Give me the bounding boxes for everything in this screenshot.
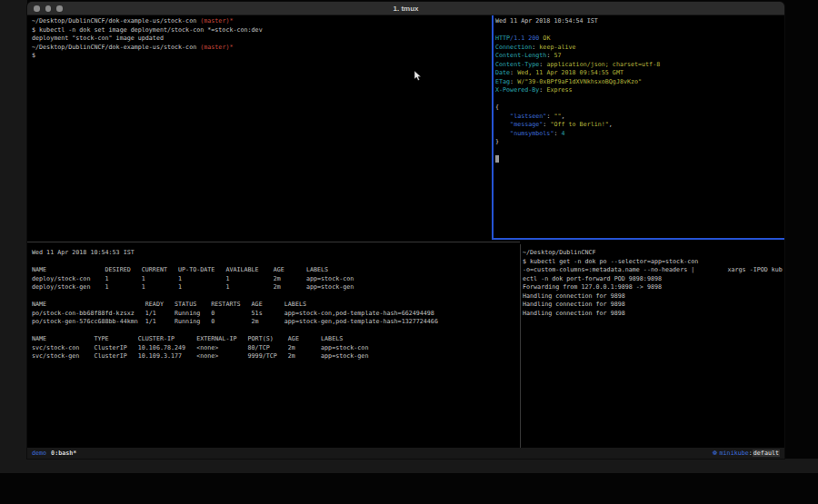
terminal-text-segment: "message"	[495, 121, 543, 128]
pane-top-right-http-response[interactable]: Wed 11 Apr 2018 10:54:54 IST HTTP/1.1 20…	[494, 15, 786, 240]
kubectl-get-output: Wed 11 Apr 2018 10:54:53 IST NAME DESIRE…	[32, 249, 520, 361]
terminal-text-segment: 4	[561, 130, 564, 137]
terminal-cursor	[495, 155, 499, 163]
pane-border-horizontal-inactive[interactable]	[27, 242, 520, 242]
terminal-line: X-Powered-By: Express	[495, 86, 786, 95]
terminal-text-segment: "lastseen"	[495, 113, 546, 120]
terminal-line	[495, 95, 786, 104]
terminal-text-segment: (master)*	[200, 17, 233, 25]
terminal-line: HTTP/1.1 200 OK	[495, 35, 786, 44]
terminal-text-segment: $	[32, 52, 35, 59]
terminal-text-segment: ,	[562, 113, 565, 120]
window-titlebar[interactable]: 1. tmux	[27, 2, 784, 15]
terminal-window: 1. tmux ~/Desktop/DublinCNCF/dok-example…	[27, 2, 784, 459]
terminal-line: Content-Type: application/json; charset=…	[495, 61, 786, 70]
terminal-text-segment: keep-alive	[539, 44, 575, 51]
terminal-text-segment: /1.1 200	[510, 35, 539, 42]
terminal-text-segment: ""	[554, 113, 561, 120]
desktop-background-bottom	[0, 459, 818, 473]
window-title: 1. tmux	[393, 5, 418, 13]
terminal-line: "lastseen": "",	[495, 113, 786, 122]
terminal-text-segment: Wed, 11 Apr 2018 09:54:55 GMT	[517, 69, 623, 76]
terminal-text-segment: "Off to Berlin!"	[550, 121, 608, 128]
terminal-line: ~/Desktop/DublinCNCF/dok-example-us/stoc…	[32, 44, 496, 53]
kube-namespace-label: default	[753, 450, 780, 457]
terminal-line: Wed 11 Apr 2018 10:54:54 IST	[495, 17, 786, 26]
terminal-text-segment: ~/Desktop/DublinCNCF/dok-example-us/stoc…	[32, 44, 200, 51]
terminal-text-segment: ETag	[495, 78, 510, 85]
terminal-text-segment: }	[495, 138, 499, 145]
traffic-light-buttons	[34, 5, 63, 12]
tmux-window-tab[interactable]: 0:bash*	[51, 450, 76, 457]
terminal-text-segment: W/"39-0xBPf9aF1dXVNkhsxoBQgJ8vKzo"	[517, 78, 642, 85]
pane-border-horizontal-active[interactable]	[492, 238, 784, 240]
terminal-text-segment: Content-Type	[495, 61, 539, 68]
terminal-text-segment: Connection	[495, 44, 532, 51]
status-bar-left: demo 0:bash*	[32, 450, 76, 457]
tmux-status-bar: demo 0:bash* ☸ minikube : default	[27, 448, 784, 459]
status-bar-right: ☸ minikube : default	[713, 450, 780, 457]
tmux-session-name: demo	[32, 450, 46, 457]
terminal-text-segment: {	[495, 104, 499, 111]
terminal-text-segment: :	[510, 78, 517, 85]
mouse-cursor-icon	[414, 71, 423, 81]
terminal-line: Content-Length: 57	[495, 52, 786, 61]
terminal-text-segment: deployment "stock-con" image updated	[32, 35, 164, 42]
terminal-line: Date: Wed, 11 Apr 2018 09:54:55 GMT	[495, 69, 786, 78]
kubernetes-helm-icon: ☸	[713, 450, 718, 457]
terminal-line: $ kubectl -n dok set image deployment/st…	[32, 26, 496, 35]
terminal-line: }	[495, 138, 786, 147]
kube-context-label: minikube	[720, 450, 749, 457]
pane-bottom-left-kubectl-watch[interactable]: Wed 11 Apr 2018 10:54:53 IST NAME DESIRE…	[27, 244, 520, 448]
terminal-text-segment: ,	[609, 121, 613, 128]
port-forward-output: ~/Desktop/DublinCNCF $ kubectl get -n do…	[523, 249, 785, 318]
terminal-line: ETag: W/"39-0xBPf9aF1dXVNkhsxoBQgJ8vKzo"	[495, 78, 786, 87]
terminal-text-segment: :	[510, 69, 517, 76]
close-button[interactable]	[34, 5, 40, 12]
terminal-line	[495, 155, 786, 164]
terminal-text-segment: (master)*	[200, 44, 233, 51]
terminal-text-segment: ~/Desktop/DublinCNCF/dok-example-us/stoc…	[32, 17, 200, 25]
pane-bottom-right-port-forward[interactable]: ~/Desktop/DublinCNCF $ kubectl get -n do…	[522, 244, 785, 448]
terminal-line	[495, 26, 786, 35]
terminal-text-segment: X-Powered-By	[495, 86, 539, 94]
tmux-session: ~/Desktop/DublinCNCF/dok-example-us/stoc…	[27, 15, 784, 448]
terminal-line: "message": "Off to Berlin!",	[495, 121, 786, 130]
minimize-button[interactable]	[45, 5, 52, 12]
terminal-line: $	[32, 52, 496, 61]
terminal-line: "numsymbols": 4	[495, 130, 786, 139]
terminal-text-segment: 57	[554, 52, 561, 59]
pane-top-left-shell[interactable]: ~/Desktop/DublinCNCF/dok-example-us/stoc…	[27, 15, 496, 240]
terminal-text-segment: OK	[539, 35, 550, 42]
terminal-text-segment: Wed 11 Apr 2018 10:54:54 IST	[495, 17, 598, 25]
terminal-text-segment: Express	[546, 86, 572, 94]
terminal-text-segment: application/json; charset=utf-8	[546, 61, 660, 68]
terminal-text-segment: HTTP	[495, 35, 510, 42]
terminal-line: Connection: keep-alive	[495, 44, 786, 53]
terminal-line: deployment "stock-con" image updated	[32, 35, 496, 44]
desktop-screen: 1. tmux ~/Desktop/DublinCNCF/dok-example…	[0, 0, 818, 504]
pane-border-vertical-inactive[interactable]	[520, 244, 521, 448]
terminal-text-segment: "numsymbols"	[495, 130, 554, 137]
terminal-text-segment: Date	[495, 69, 510, 76]
terminal-text-segment: Content-Length	[495, 52, 546, 59]
terminal-line	[495, 147, 786, 156]
zoom-button[interactable]	[56, 5, 63, 12]
desktop-background-left	[0, 0, 27, 472]
terminal-line: ~/Desktop/DublinCNCF/dok-example-us/stoc…	[32, 17, 496, 26]
terminal-line: {	[495, 104, 786, 113]
terminal-text-segment: $ kubectl -n dok set image deployment/st…	[32, 26, 263, 34]
